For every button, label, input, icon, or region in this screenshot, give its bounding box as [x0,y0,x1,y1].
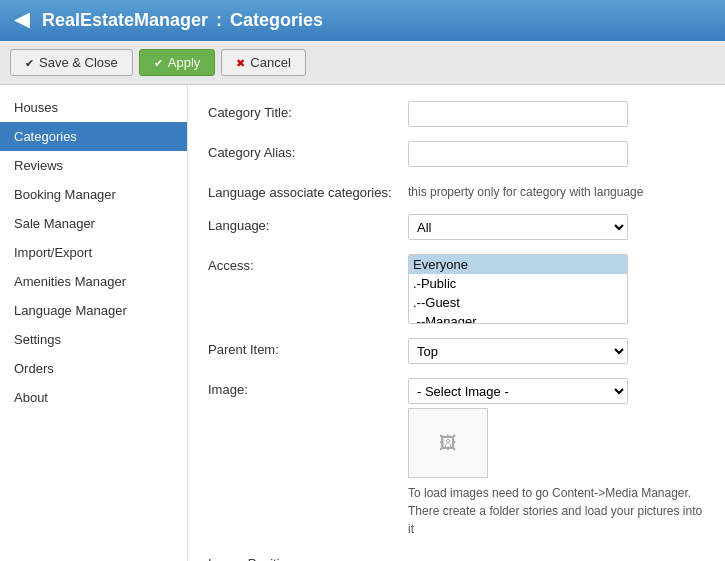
category-title-row: Category Title: [208,101,705,127]
parent-item-label: Parent Item: [208,338,408,357]
category-title-label: Category Title: [208,101,408,120]
sidebar-item-booking-manager[interactable]: Booking Manager [0,180,187,209]
app-name: RealEstateManager [42,10,208,31]
cancel-label: Cancel [250,55,290,70]
category-alias-input[interactable] [408,141,628,167]
save-icon [25,55,34,70]
image-label: Image: [208,378,408,397]
image-preview: 🖼 [408,408,488,478]
language-select[interactable]: All [408,214,628,240]
sidebar-item-categories[interactable]: Categories [0,122,187,151]
language-associate-row: Language associate categories: this prop… [208,181,705,200]
sidebar-item-reviews[interactable]: Reviews [0,151,187,180]
save-close-label: Save & Close [39,55,118,70]
language-associate-control: this property only for category with lan… [408,181,705,199]
parent-item-select[interactable]: Top [408,338,628,364]
content-area: Category Title: Category Alias: Language… [188,85,725,561]
sidebar-item-houses[interactable]: Houses [0,93,187,122]
image-position-label: Image Position: [208,552,408,561]
sidebar: HousesCategoriesReviewsBooking ManagerSa… [0,85,188,561]
language-associate-label: Language associate categories: [208,181,408,200]
save-close-button[interactable]: Save & Close [10,49,133,76]
sidebar-item-sale-manager[interactable]: Sale Manager [0,209,187,238]
apply-button[interactable]: Apply [139,49,216,76]
main-layout: HousesCategoriesReviewsBooking ManagerSa… [0,85,725,561]
sidebar-item-import/export[interactable]: Import/Export [0,238,187,267]
cancel-icon [236,55,245,70]
category-alias-row: Category Alias: [208,141,705,167]
sidebar-item-orders[interactable]: Orders [0,354,187,383]
access-listbox[interactable]: Everyone.-Public.--Guest.--Manager.---Ad… [408,254,628,324]
toolbar: Save & Close Apply Cancel [0,41,725,85]
category-alias-control [408,141,705,167]
image-broken-icon: 🖼 [439,433,457,454]
image-row: Image: - Select Image - 🖼 To load images… [208,378,705,538]
sidebar-item-language-manager[interactable]: Language Manager [0,296,187,325]
image-control: - Select Image - 🖼 To load images need t… [408,378,705,538]
title-separator: : [216,10,222,31]
cancel-button[interactable]: Cancel [221,49,305,76]
language-associate-info: this property only for category with lan… [408,181,705,199]
language-label: Language: [208,214,408,233]
apply-icon [154,55,163,70]
category-title-control [408,101,705,127]
image-position-row: Image Position: [208,552,705,561]
image-select[interactable]: - Select Image - [408,378,628,404]
title-section: Categories [230,10,323,31]
language-row: Language: All [208,214,705,240]
category-alias-label: Category Alias: [208,141,408,160]
sidebar-item-about[interactable]: About [0,383,187,412]
parent-item-row: Parent Item: Top [208,338,705,364]
apply-label: Apply [168,55,201,70]
image-note: To load images need to go Content->Media… [408,484,705,538]
title-bar: RealEstateManager : Categories [0,0,725,41]
access-control: Everyone.-Public.--Guest.--Manager.---Ad… [408,254,705,324]
sidebar-item-settings[interactable]: Settings [0,325,187,354]
sidebar-item-amenities-manager[interactable]: Amenities Manager [0,267,187,296]
language-control: All [408,214,705,240]
parent-item-control: Top [408,338,705,364]
title-arrow-icon [14,13,30,29]
access-label: Access: [208,254,408,273]
category-title-input[interactable] [408,101,628,127]
access-row: Access: Everyone.-Public.--Guest.--Manag… [208,254,705,324]
